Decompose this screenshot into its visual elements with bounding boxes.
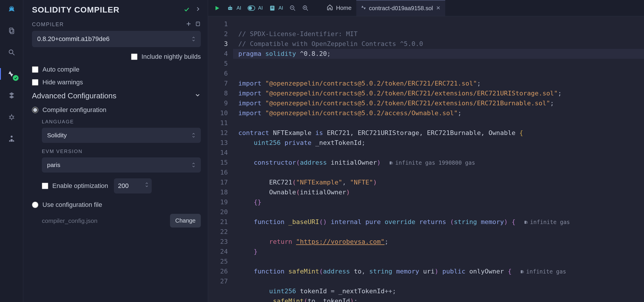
compile-success-icon [183, 6, 190, 14]
change-button[interactable]: Change [170, 214, 201, 228]
select-arrows-icon [192, 132, 196, 138]
learn-icon[interactable] [6, 133, 17, 144]
gas-annotation: infinite gas [524, 217, 570, 227]
chevron-right-icon[interactable] [195, 6, 201, 14]
hide-warnings-row[interactable]: Hide warnings [32, 79, 201, 86]
svg-line-29 [307, 9, 308, 10]
logo-icon[interactable] [6, 3, 17, 15]
svg-point-21 [249, 7, 252, 10]
activity-bar [0, 0, 23, 302]
svg-rect-0 [9, 28, 13, 32]
optimize-row[interactable]: Enable optimization [42, 182, 108, 190]
cfg-file-radio[interactable] [32, 202, 38, 208]
compiler-label: COMPILER [32, 22, 64, 28]
ai-toggle-button[interactable]: AI [246, 4, 264, 12]
language-value: Solidity [47, 132, 67, 139]
compiler-panel: SOLIDITY COMPILER COMPILER 0.8.20+commit… [23, 0, 208, 302]
chevron-down-icon [194, 91, 201, 100]
optimize-checkbox[interactable] [42, 183, 48, 189]
svg-marker-15 [216, 6, 219, 10]
close-tab-icon[interactable] [436, 5, 441, 12]
zoom-in-button[interactable] [300, 4, 310, 13]
evm-value: paris [47, 161, 60, 168]
svg-rect-35 [524, 221, 526, 224]
optimize-label: Enable optimization [52, 182, 108, 190]
compiler-select[interactable]: 0.8.20+commit.a1b79de6 [32, 31, 201, 47]
evm-select[interactable]: paris [42, 157, 201, 173]
ai-book-button[interactable]: AI [267, 4, 285, 13]
select-arrows-icon [192, 36, 196, 42]
file-tab[interactable]: contract-d019aa9158.sol [356, 0, 445, 16]
compiler-config-radio-row[interactable]: Compiler configuration [32, 106, 201, 114]
gas-annotation: infinite gas [520, 267, 566, 276]
svg-point-4 [10, 116, 13, 119]
code-content[interactable]: // SPDX-License-Identifier: MIT // Compa… [233, 16, 644, 302]
editor-topbar: AI AI AI Home contract-d019aa9158.sol [208, 0, 644, 16]
svg-line-9 [13, 118, 14, 118]
language-select[interactable]: Solidity [42, 128, 201, 143]
language-label: LANGUAGE [42, 119, 201, 125]
search-icon[interactable] [6, 47, 17, 58]
svg-line-7 [13, 116, 14, 117]
run-button[interactable] [212, 4, 222, 13]
svg-point-11 [10, 136, 12, 138]
home-tab[interactable]: Home [322, 0, 356, 16]
svg-line-8 [9, 118, 10, 118]
file-tab-label: contract-d019aa9158.sol [369, 5, 433, 12]
editor-area: AI AI AI Home contract-d019aa9158.sol 12… [208, 0, 644, 302]
success-badge [13, 75, 19, 81]
nightly-label: Include nightly builds [142, 53, 201, 61]
hide-warnings-label: Hide warnings [42, 79, 83, 86]
svg-rect-1 [10, 29, 14, 34]
stepper-icon[interactable] [145, 182, 149, 188]
solidity-file-icon [361, 5, 366, 12]
compiler-icon[interactable] [6, 68, 17, 80]
advanced-title: Advanced Configurations [32, 91, 117, 100]
hide-warnings-checkbox[interactable] [32, 79, 38, 86]
code-editor[interactable]: 1234567891011121314151617181920212223242… [208, 16, 644, 302]
debug-icon[interactable] [6, 111, 17, 123]
compiler-config-radio[interactable] [32, 107, 38, 113]
line-gutter: 1234567891011121314151617181920212223242… [208, 16, 233, 302]
auto-compile-checkbox[interactable] [32, 66, 38, 73]
panel-title: SOLIDITY COMPILER [32, 5, 119, 15]
deploy-icon[interactable] [6, 90, 17, 101]
add-compiler-icon[interactable] [186, 21, 192, 28]
svg-rect-34 [390, 161, 392, 165]
svg-line-26 [294, 9, 295, 10]
svg-rect-36 [520, 270, 523, 273]
nightly-checkbox[interactable] [131, 54, 137, 60]
ai-robot-button[interactable]: AI [225, 3, 243, 13]
local-compiler-icon[interactable] [195, 21, 201, 28]
svg-rect-16 [228, 7, 232, 10]
svg-point-17 [229, 8, 230, 9]
cfg-filename: compiler_config.json [42, 217, 97, 224]
svg-point-2 [9, 50, 13, 54]
cfg-file-radio-label: Use configuration file [42, 201, 102, 209]
svg-line-6 [9, 116, 10, 117]
evm-label: EVM VERSION [42, 149, 201, 154]
home-icon [327, 4, 333, 12]
svg-line-3 [12, 53, 15, 55]
zoom-out-button[interactable] [288, 4, 298, 13]
select-arrows-icon [192, 162, 196, 168]
auto-compile-label: Auto compile [42, 66, 79, 73]
svg-point-18 [231, 8, 232, 9]
svg-rect-14 [196, 22, 200, 26]
compiler-config-label: Compiler configuration [42, 106, 106, 114]
cfg-file-radio-row[interactable]: Use configuration file [32, 201, 201, 209]
gas-annotation: infinite gas 1990800 gas [389, 158, 475, 168]
compiler-value: 0.8.20+commit.a1b79de6 [37, 35, 110, 43]
auto-compile-row[interactable]: Auto compile [32, 66, 201, 73]
advanced-section-header[interactable]: Advanced Configurations [32, 91, 201, 100]
nightly-checkbox-row[interactable]: Include nightly builds [32, 53, 201, 61]
home-tab-label: Home [336, 5, 351, 11]
files-icon[interactable] [6, 25, 17, 37]
